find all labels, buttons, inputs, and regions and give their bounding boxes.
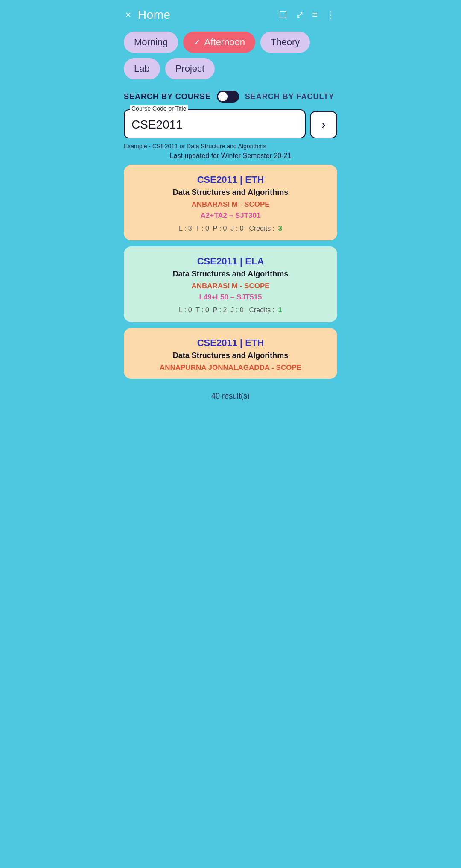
search-hint: Example - CSE2011 or Data Structure and … <box>115 140 346 150</box>
cards-section: CSE2011 | ETH Data Structures and Algori… <box>115 165 346 387</box>
card-3-title: Data Structures and Algorithms <box>131 351 330 360</box>
card-2-ltpj: L : 0 T : 0 P : 2 J : 0 <box>179 306 247 314</box>
credits-label: Credits : <box>249 225 276 232</box>
chip-project[interactable]: Project <box>165 58 215 79</box>
card-1-title: Data Structures and Algorithms <box>131 188 330 197</box>
chip-afternoon-label: Afternoon <box>204 37 245 48</box>
chip-theory-label: Theory <box>271 37 300 48</box>
card-2-faculty: ANBARASI M - SCOPE <box>131 282 330 290</box>
credits-label-2: Credits : <box>249 306 276 314</box>
course-card-3[interactable]: CSE2011 | ETH Data Structures and Algori… <box>124 328 337 379</box>
calendar-icon[interactable]: ☐ <box>277 8 289 22</box>
card-2-credits-value: 1 <box>278 306 282 314</box>
expand-icon[interactable]: ⤢ <box>294 8 305 22</box>
filter-chips: Morning ✓ Afternoon Theory Lab Project <box>115 26 346 83</box>
card-3-code: CSE2011 | ETH <box>131 337 330 349</box>
chip-lab-label: Lab <box>134 63 150 74</box>
course-card-2[interactable]: CSE2011 | ELA Data Structures and Algori… <box>124 246 337 322</box>
search-by-faculty-label: SEARCH BY FACULTY <box>245 92 334 101</box>
results-count-text: 40 result(s) <box>211 392 250 400</box>
card-1-faculty: ANBARASI M - SCOPE <box>131 200 330 209</box>
card-2-slot: L49+L50 – SJT515 <box>131 293 330 302</box>
card-1-credits-value: 3 <box>278 224 282 233</box>
card-2-code: CSE2011 | ELA <box>131 256 330 267</box>
card-1-code: CSE2011 | ETH <box>131 174 330 185</box>
card-1-slot: A2+TA2 – SJT301 <box>131 211 330 220</box>
search-section: Course Code or Title › <box>115 106 346 140</box>
search-field-label: Course Code or Title <box>130 105 188 112</box>
search-input[interactable] <box>125 110 305 138</box>
search-by-course-label: SEARCH BY COURSE <box>124 92 211 101</box>
card-2-credits-row: L : 0 T : 0 P : 2 J : 0 Credits : 1 <box>131 306 330 314</box>
toggle-thumb <box>218 92 228 101</box>
card-1-credits-row: L : 3 T : 0 P : 0 J : 0 Credits : 3 <box>131 224 330 233</box>
check-icon: ✓ <box>193 37 201 47</box>
chip-theory[interactable]: Theory <box>260 32 310 53</box>
card-2-title: Data Structures and Algorithms <box>131 270 330 279</box>
chip-afternoon[interactable]: ✓ Afternoon <box>183 32 255 53</box>
list-icon[interactable]: ≡ <box>310 8 319 22</box>
chip-morning-label: Morning <box>134 37 168 48</box>
more-icon[interactable]: ⋮ <box>324 8 337 22</box>
page-title: Home <box>138 8 272 22</box>
card-3-faculty: ANNAPURNA JONNALAGADDA - SCOPE <box>131 364 330 372</box>
chip-morning[interactable]: Morning <box>124 32 178 53</box>
results-count-bar: 40 result(s) <box>115 387 346 408</box>
search-mode-toggle[interactable] <box>217 91 239 103</box>
close-icon[interactable]: × <box>124 8 133 22</box>
chip-lab[interactable]: Lab <box>124 58 160 79</box>
card-1-ltpj: L : 3 T : 0 P : 0 J : 0 <box>179 225 247 232</box>
search-toggle-row: SEARCH BY COURSE SEARCH BY FACULTY <box>115 83 346 106</box>
course-card-1[interactable]: CSE2011 | ETH Data Structures and Algori… <box>124 165 337 240</box>
search-submit-button[interactable]: › <box>310 111 337 138</box>
arrow-right-icon: › <box>321 118 325 132</box>
chip-project-label: Project <box>175 63 204 74</box>
header: × Home ☐ ⤢ ≡ ⋮ <box>115 0 346 26</box>
search-input-wrapper: Course Code or Title <box>124 109 306 138</box>
last-updated-text: Last updated for Winter Semester 20-21 <box>115 150 346 165</box>
